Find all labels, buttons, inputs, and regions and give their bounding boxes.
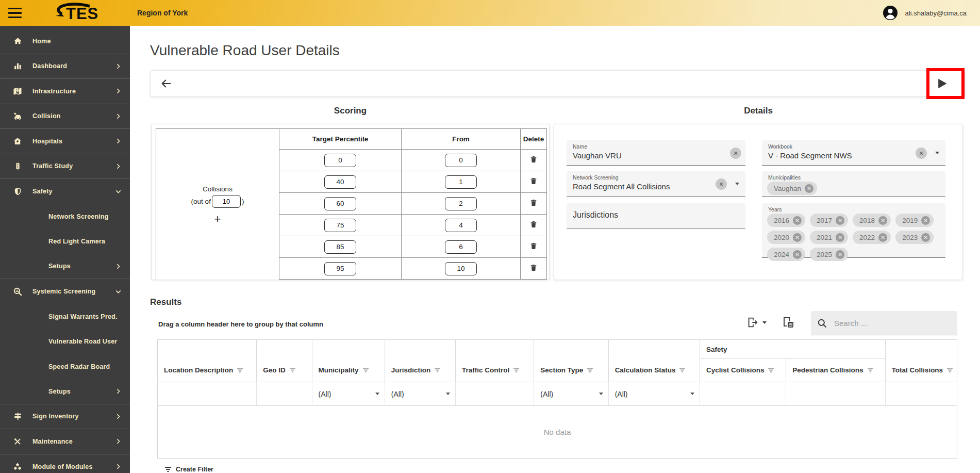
from-input[interactable] [445, 197, 477, 210]
sidebar-item-safety[interactable]: Safety [0, 179, 130, 204]
delete-row-button[interactable] [528, 240, 539, 253]
col-header-jurisdiction[interactable]: Jurisdiction [385, 340, 455, 382]
target-percentile-input[interactable] [324, 154, 356, 167]
export-button[interactable] [746, 316, 767, 329]
from-input[interactable] [445, 154, 477, 167]
sidebar-item-collision[interactable]: Collision [0, 104, 130, 129]
from-input[interactable] [445, 175, 477, 189]
column-chooser-button[interactable] [782, 316, 793, 329]
municipality-filter-select[interactable]: (All) [312, 382, 385, 406]
sidebar-item-module-of-modules[interactable]: Module of Modules [0, 454, 130, 473]
delete-row-button[interactable] [528, 154, 539, 167]
col-header-total-collisions[interactable]: Total Collisions [885, 340, 957, 382]
sidebar-item-infrastructure[interactable]: Infrastructure [0, 79, 130, 104]
grid-search[interactable] [811, 311, 957, 335]
sidebar-item-maintenance[interactable]: Maintenance [0, 429, 130, 454]
sidebar-item-safety-setups[interactable]: Setups [0, 254, 130, 280]
sidebar-item-speed-radar-board[interactable]: Speed Radar Board [0, 354, 130, 380]
col-header-section-type[interactable]: Section Type [534, 340, 608, 382]
target-percentile-input[interactable] [324, 262, 356, 275]
col-header-traffic-control[interactable]: Traffic Control [456, 340, 534, 382]
col-header-geo-id[interactable]: Geo ID [257, 340, 312, 382]
header-filter-icon[interactable] [362, 367, 369, 374]
calculation-status-filter-select[interactable]: (All) [608, 382, 700, 406]
remove-year-chip-icon[interactable]: ✕ [878, 233, 887, 242]
sidebar-item-sign-inventory[interactable]: Sign Inventory [0, 404, 130, 430]
name-field[interactable]: Name Vaughan VRU ✕ [567, 140, 745, 166]
remove-municipality-chip-icon[interactable]: ✕ [805, 184, 813, 193]
trash-icon [529, 155, 538, 164]
car-crash-icon [11, 111, 24, 121]
workbook-field[interactable]: Workbook V - Road Segment NWS ✕ [762, 140, 945, 166]
section-type-filter-select[interactable]: (All) [534, 382, 608, 406]
col-delete: Delete [521, 129, 547, 150]
remove-year-chip-icon[interactable]: ✕ [793, 233, 802, 242]
remove-year-chip-icon[interactable]: ✕ [836, 216, 844, 225]
sidebar-item-signal-warrants-pred[interactable]: Signal Warrants Pred. [0, 304, 130, 330]
clear-workbook-button[interactable]: ✕ [916, 148, 927, 159]
delete-row-button[interactable] [528, 262, 539, 275]
col-header-cyclist-collisions[interactable]: Cyclist Collisions [700, 358, 786, 382]
remove-year-chip-icon[interactable]: ✕ [836, 250, 844, 259]
out-of-input[interactable] [212, 195, 241, 208]
col-header-pedestrian-collisions[interactable]: Pedestrian Collisions [786, 358, 885, 382]
header-filter-icon[interactable] [867, 367, 874, 374]
add-row-button[interactable]: + [211, 214, 224, 224]
create-filter-button[interactable]: Create Filter [164, 466, 213, 473]
delete-row-button[interactable] [528, 175, 539, 188]
sidebar-item-systemic-setups[interactable]: Setups [0, 379, 130, 404]
remove-year-chip-icon[interactable]: ✕ [921, 216, 930, 225]
col-header-calculation-status[interactable]: Calculation Status [608, 340, 700, 382]
from-input[interactable] [445, 219, 477, 232]
header-filter-icon[interactable] [237, 367, 243, 374]
col-header-location-description[interactable]: Location Description [158, 340, 257, 382]
delete-row-button[interactable] [528, 197, 539, 210]
sidebar-item-dashboard[interactable]: Dashboard [0, 54, 130, 79]
trash-icon [529, 176, 538, 186]
sidebar-item-home[interactable]: Home [0, 29, 130, 54]
sidebar-item-systemic-screening[interactable]: Systemic Screening [0, 279, 130, 304]
remove-year-chip-icon[interactable]: ✕ [793, 250, 802, 259]
back-button[interactable] [160, 78, 173, 89]
network-screening-dropdown-caret-icon[interactable] [735, 183, 739, 185]
delete-row-button[interactable] [528, 219, 539, 232]
target-percentile-input[interactable] [324, 197, 356, 210]
from-input[interactable] [445, 240, 477, 254]
remove-year-chip-icon[interactable]: ✕ [878, 216, 887, 225]
from-input[interactable] [445, 262, 477, 275]
workbook-dropdown-caret-icon[interactable] [935, 152, 939, 154]
year-chip: 2023✕ [895, 231, 934, 244]
search-input[interactable] [833, 318, 946, 328]
target-percentile-input[interactable] [324, 175, 356, 189]
sidebar-item-vulnerable-road-user[interactable]: Vulnerable Road User [0, 329, 130, 354]
header-filter-icon[interactable] [587, 367, 593, 374]
years-field[interactable]: Years 2016✕ 2017✕ 2018✕ 2019✕ 2020✕ 2021… [762, 203, 945, 258]
sidebar-item-red-light-camera[interactable]: Red Light Camera [0, 229, 130, 254]
sidebar-item-network-screening[interactable]: Network Screening [0, 204, 130, 230]
remove-year-chip-icon[interactable]: ✕ [921, 233, 930, 242]
header-filter-icon[interactable] [434, 367, 441, 374]
col-header-municipality[interactable]: Municipality [312, 340, 385, 382]
clear-network-screening-button[interactable]: ✕ [716, 178, 727, 190]
header-filter-icon[interactable] [946, 367, 953, 374]
sidebar-item-traffic-study[interactable]: Traffic Study [0, 154, 130, 180]
trash-icon [529, 263, 538, 272]
target-percentile-input[interactable] [324, 219, 356, 232]
header-filter-icon[interactable] [679, 367, 686, 374]
municipalities-field[interactable]: Municipalities Vaughan ✕ [762, 171, 945, 197]
hamburger-menu-icon[interactable] [8, 8, 22, 18]
remove-year-chip-icon[interactable]: ✕ [793, 216, 802, 225]
remove-year-chip-icon[interactable]: ✕ [836, 233, 844, 242]
header-filter-icon[interactable] [289, 367, 296, 374]
target-percentile-input[interactable] [324, 240, 356, 254]
header-filter-icon[interactable] [768, 367, 774, 374]
jurisdiction-filter-select[interactable]: (All) [385, 382, 455, 406]
home-icon [11, 37, 24, 45]
header-filter-icon[interactable] [513, 367, 520, 374]
clear-name-button[interactable]: ✕ [730, 148, 741, 159]
dropdown-caret-icon [599, 393, 603, 395]
jurisdictions-field[interactable]: Jurisdictions [567, 203, 745, 229]
network-screening-field[interactable]: Network Screening Road Segment All Colli… [567, 171, 745, 197]
account-menu[interactable]: ali.shalaby@cima.ca [883, 5, 967, 21]
sidebar-item-hospitals[interactable]: Hospitals [0, 129, 130, 154]
